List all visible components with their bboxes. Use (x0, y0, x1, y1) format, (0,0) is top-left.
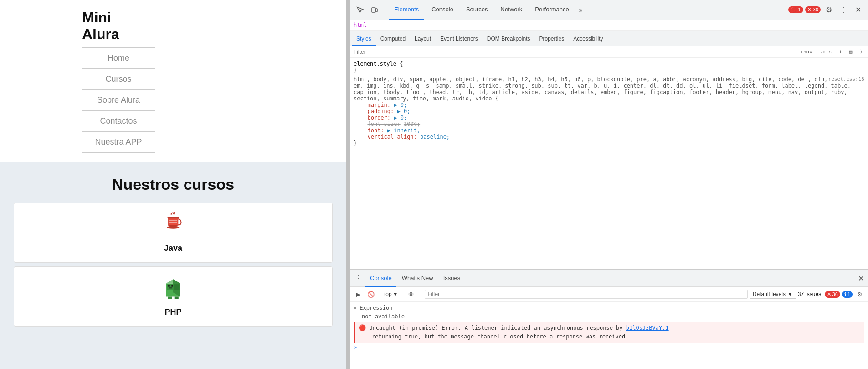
toolbar-divider (385, 5, 385, 15)
svg-rect-10 (174, 284, 180, 290)
console-play-btn[interactable]: ▶ (353, 289, 364, 300)
toggle-sidebar-btn[interactable]: ▤ (847, 48, 854, 56)
warnings-badge: ✕ 36 (805, 6, 821, 13)
console-tab-whats-new[interactable]: What's New (397, 270, 438, 287)
website-panel: Mini Alura Home Cursos Sobre Alura Conta… (0, 0, 346, 369)
svg-rect-11 (168, 285, 170, 287)
more-options-btn[interactable]: ⋮ (837, 4, 850, 16)
console-error-row: 🔴 Uncaught (in promise) Error: A listene… (354, 322, 864, 343)
expression-clear-btn[interactable]: ✕ (354, 305, 357, 311)
breadcrumb-bar: html (350, 20, 868, 31)
expression-label: Expression (360, 305, 392, 311)
hov-toggle[interactable]: :hov (798, 48, 814, 56)
nav-home[interactable]: Home (82, 47, 155, 69)
prop-border: border: ▶ 0; (361, 114, 864, 121)
svg-rect-17 (376, 9, 377, 12)
top-label: top ▼ (384, 291, 398, 297)
subtab-properties[interactable]: Properties (535, 33, 569, 46)
console-area: ⋮ Console What's New Issues ✕ ▶ 🚫 top ▼ … (350, 269, 868, 369)
tab-performance[interactable]: Performance (529, 0, 574, 20)
courses-title: Nuestros cursos (112, 176, 234, 193)
prop-margin: margin: ▶ 0; (361, 102, 864, 108)
subtab-computed[interactable]: Computed (376, 33, 410, 46)
prop-font: font: ▶ inherit; (361, 127, 864, 134)
expand-btn[interactable]: ⟩ (858, 48, 864, 56)
console-divider3 (421, 290, 421, 299)
console-divider2 (402, 290, 402, 299)
style-rule-reset: reset.css:18 html, body, div, span, appl… (354, 76, 864, 146)
device-toolbar-btn[interactable] (368, 4, 381, 16)
nav-links: Home Cursos Sobre Alura Contactos Nuestr… (82, 47, 155, 153)
svg-rect-13 (169, 287, 172, 288)
cls-toggle[interactable]: .cls (818, 48, 833, 56)
nav-sobre[interactable]: Sobre Alura (82, 90, 155, 111)
panel-divider[interactable] (346, 0, 350, 369)
svg-point-3 (167, 226, 180, 229)
console-filter-input[interactable] (425, 290, 748, 299)
prop-vertical-align: vertical-align: baseline; (361, 134, 864, 140)
console-divider (380, 290, 380, 299)
console-expression-row: ✕ Expression (354, 304, 864, 312)
filter-bar: :hov .cls + ▤ ⟩ (350, 46, 868, 58)
console-prompt-row: > (354, 343, 864, 352)
element-style-open: element.style { (354, 61, 864, 67)
inspect-element-btn[interactable] (354, 4, 366, 16)
errors-badge: 🚫 1 (788, 6, 803, 13)
tab-network[interactable]: Network (495, 0, 528, 20)
console-errors-badge: ✕ 36 (825, 291, 840, 298)
subtab-accessibility[interactable]: Accessibility (569, 33, 607, 46)
course-card-java: Java (14, 203, 333, 263)
nav-contactos[interactable]: Contactos (82, 111, 155, 132)
subtab-styles[interactable]: Styles (352, 33, 376, 46)
reset-source-label: reset.css:18 html, body, div, span, appl… (354, 76, 864, 102)
tab-elements[interactable]: Elements (389, 0, 424, 20)
tab-sources[interactable]: Sources (461, 0, 493, 20)
devtools-topbar: Elements Console Sources Network Perform… (350, 0, 868, 20)
subtab-layout[interactable]: Layout (410, 33, 436, 46)
error-icon: 🔴 (359, 324, 366, 331)
svg-rect-0 (168, 218, 178, 226)
add-style-btn[interactable]: + (837, 48, 844, 56)
default-levels-dropdown[interactable]: Default levels ▼ (750, 290, 796, 299)
subtab-dom-breakpoints[interactable]: DOM Breakpoints (483, 33, 535, 46)
issues-count: 37 Issues: ✕ 36 ℹ 1 (798, 291, 853, 298)
nav-app[interactable]: Nuestra APP (82, 132, 155, 153)
settings-btn[interactable]: ⚙ (822, 4, 835, 16)
subtab-event-listeners[interactable]: Event Listeners (436, 33, 483, 46)
error-link[interactable]: bIlOsJzBVaY:1 (626, 325, 669, 331)
console-tab-issues[interactable]: Issues (439, 270, 465, 287)
more-tabs-btn[interactable]: » (576, 5, 586, 16)
console-menu-btn[interactable]: ⋮ (352, 272, 365, 285)
courses-section: Nuestros cursos (0, 162, 346, 369)
php-icon (162, 276, 185, 304)
java-icon (162, 212, 185, 240)
close-devtools-btn[interactable]: ✕ (852, 4, 864, 16)
devtools-panel: Elements Console Sources Network Perform… (350, 0, 868, 369)
svg-rect-1 (168, 217, 179, 218)
eye-btn[interactable]: 👁 (406, 289, 417, 300)
css-props: margin: ▶ 0; padding: ▶ 0; border: ▶ 0; … (361, 102, 864, 140)
console-info-badge: ℹ 1 (842, 291, 853, 298)
course-name-php: PHP (164, 307, 181, 317)
prop-font-size: font-size: 100%; (361, 121, 864, 127)
error-message: Uncaught (in promise) Error: A listener … (369, 325, 622, 331)
breadcrumb-html[interactable]: html (354, 22, 367, 28)
style-rule-element: element.style { } (354, 61, 864, 73)
top-dropdown-arrow[interactable]: ▼ (393, 291, 398, 297)
site-title: Mini Alura (82, 9, 128, 43)
close-console-btn[interactable]: ✕ (855, 273, 866, 284)
console-block-btn[interactable]: 🚫 (365, 289, 376, 300)
rule-close-brace: } (354, 140, 864, 146)
console-settings-btn[interactable]: ⚙ (854, 289, 865, 300)
console-action-bar: ▶ 🚫 top ▼ 👁 Default levels ▼ 37 Issues: … (350, 287, 868, 302)
tab-console[interactable]: Console (426, 0, 459, 20)
styles-content: element.style { } reset.css:18 html, bod… (350, 58, 868, 269)
console-prompt[interactable]: > (354, 344, 357, 351)
course-card-php: PHP (14, 266, 333, 327)
console-tab-console[interactable]: Console (365, 270, 396, 287)
styles-filter-input[interactable] (354, 49, 795, 55)
element-style-close: } (354, 67, 864, 73)
svg-rect-12 (171, 285, 173, 287)
prop-padding: padding: ▶ 0; (361, 108, 864, 114)
nav-cursos[interactable]: Cursos (82, 69, 155, 90)
